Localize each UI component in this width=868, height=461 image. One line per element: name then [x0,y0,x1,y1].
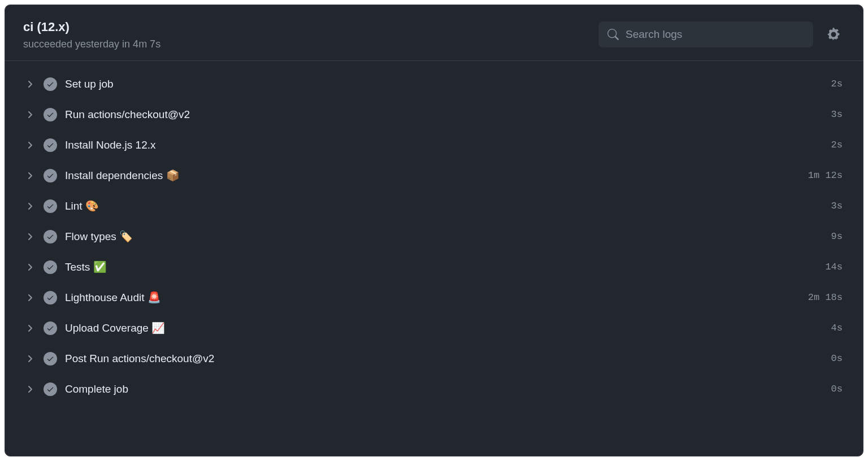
step-row[interactable]: Upload Coverage 📈4s [13,313,855,343]
check-circle-icon [44,260,57,274]
header-titles: ci (12.x) succeeded yesterday in 4m 7s [23,19,589,50]
step-label: Post Run actions/checkout@v2 [65,353,823,365]
chevron-right-icon [25,293,36,303]
step-label: Set up job [65,78,823,90]
step-duration: 3s [831,201,843,211]
step-duration: 2m 18s [808,292,843,303]
step-row[interactable]: Post Run actions/checkout@v20s [13,343,855,374]
step-duration: 3s [831,109,843,120]
step-label: Upload Coverage 📈 [65,321,823,334]
check-circle-icon [44,352,57,366]
check-circle-icon [44,321,57,335]
step-row[interactable]: Lint 🎨3s [13,191,855,221]
chevron-right-icon [25,201,36,211]
chevron-right-icon [25,110,36,120]
step-row[interactable]: Set up job2s [13,69,855,99]
chevron-right-icon [25,79,36,89]
chevron-right-icon [25,171,36,181]
step-duration: 0s [831,353,843,364]
step-label: Run actions/checkout@v2 [65,108,823,121]
step-duration: 2s [831,79,843,89]
step-row[interactable]: Run actions/checkout@v23s [13,99,855,130]
step-row[interactable]: Lighthouse Audit 🚨2m 18s [13,282,855,313]
job-log-panel: ci (12.x) succeeded yesterday in 4m 7s S… [5,5,863,456]
check-circle-icon [44,382,57,396]
chevron-right-icon [25,140,36,150]
step-label: Tests ✅ [65,260,817,273]
chevron-right-icon [25,323,36,333]
settings-button[interactable] [822,23,845,46]
step-row[interactable]: Install dependencies 📦1m 12s [13,160,855,191]
check-circle-icon [44,199,57,213]
chevron-right-icon [25,354,36,364]
chevron-right-icon [25,384,36,394]
step-duration: 14s [825,262,843,272]
step-label: Install dependencies 📦 [65,169,800,182]
step-label: Flow types 🏷️ [65,230,823,243]
check-circle-icon [44,77,57,91]
gear-icon [827,28,840,41]
check-circle-icon [44,169,57,182]
check-circle-icon [44,108,57,121]
chevron-right-icon [25,262,36,272]
step-duration: 4s [831,323,843,333]
job-subtitle: succeeded yesterday in 4m 7s [23,38,589,50]
step-duration: 0s [831,384,843,394]
step-label: Install Node.js 12.x [65,139,823,151]
step-duration: 2s [831,140,843,150]
step-duration: 9s [831,231,843,242]
job-title: ci (12.x) [23,19,589,36]
step-row[interactable]: Complete job0s [13,374,855,405]
check-circle-icon [44,291,57,305]
step-label: Lint 🎨 [65,199,823,212]
search-input[interactable] [626,28,804,41]
step-label: Complete job [65,383,823,395]
step-row[interactable]: Install Node.js 12.x2s [13,130,855,160]
step-row[interactable]: Flow types 🏷️9s [13,221,855,252]
check-circle-icon [44,138,57,152]
check-circle-icon [44,230,57,243]
step-row[interactable]: Tests ✅14s [13,252,855,282]
job-header: ci (12.x) succeeded yesterday in 4m 7s [5,5,863,61]
steps-list: Set up job2sRun actions/checkout@v23sIns… [5,61,863,456]
step-duration: 1m 12s [808,170,843,181]
search-logs-field[interactable] [598,21,813,47]
chevron-right-icon [25,232,36,242]
search-icon [607,29,619,40]
step-label: Lighthouse Audit 🚨 [65,291,800,304]
